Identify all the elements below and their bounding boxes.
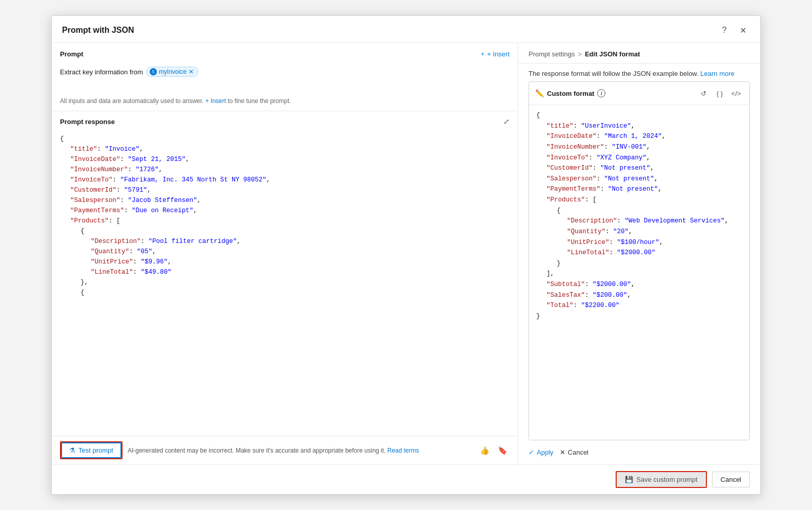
code-button[interactable]: </> <box>729 86 743 100</box>
dialog-header: Prompt with JSON ? ✕ <box>52 16 760 43</box>
json-line: "UnitPrice": "$100/hour", <box>567 237 742 248</box>
insert-plus-icon: ＋ <box>479 49 486 58</box>
dialog-body: Prompt ＋ + Insert Extract key informatio… <box>52 43 760 464</box>
json-line: { <box>557 206 742 216</box>
close-icon: ✕ <box>740 26 746 35</box>
save-icon: 💾 <box>625 476 633 483</box>
learn-more-link[interactable]: Learn more <box>700 70 734 77</box>
close-button[interactable]: ✕ <box>736 23 750 37</box>
response-header: Prompt response ⤢ <box>52 111 518 130</box>
json-line: "PaymentTerms": "Due on Receipt", <box>70 206 510 216</box>
info-icon[interactable]: i <box>597 89 605 97</box>
chip-close-button[interactable]: ✕ <box>189 69 194 75</box>
breadcrumb-separator: > <box>578 50 582 58</box>
json-line: "Description": "Pool filter cartridge", <box>91 236 510 247</box>
dialog: Prompt with JSON ? ✕ Prompt ＋ + Insert <box>51 15 761 495</box>
json-line: { <box>536 110 742 121</box>
json-line: "Quantity": "20", <box>567 227 742 237</box>
dialog-header-icons: ? ✕ <box>717 23 750 37</box>
json-line: { <box>60 134 510 144</box>
custom-format-header: ✏️ Custom format i ↺ { } </> <box>529 82 749 105</box>
help-button[interactable]: ? <box>717 23 732 37</box>
json-line: "UnitPrice": "$9.96", <box>91 257 510 267</box>
json-line: "InvoiceDate": "Sept 21, 2015", <box>70 154 510 165</box>
json-line: "InvoiceNumber": "1726", <box>70 165 510 175</box>
expand-icon: ⤢ <box>503 117 510 126</box>
response-code-area: { "title": "Invoice", "InvoiceDate": "Se… <box>52 130 518 436</box>
json-line: "CustomerId": "5791", <box>70 185 510 195</box>
apply-button[interactable]: ✓ Apply <box>529 448 554 456</box>
json-line: "Quantity": "05", <box>91 247 510 257</box>
right-header: Prompt settings > Edit JSON format <box>518 43 760 64</box>
dialog-cancel-button[interactable]: Cancel <box>712 472 750 487</box>
response-section-title: Prompt response <box>60 118 115 126</box>
save-custom-prompt-button[interactable]: 💾 Save custom prompt <box>616 471 706 488</box>
footer-disclaimer: AI-generated content may be incorrect. M… <box>128 447 473 454</box>
breadcrumb-child: Edit JSON format <box>585 50 640 58</box>
json-line: "LineTotal": "$49.80" <box>91 267 510 277</box>
dialog-title: Prompt with JSON <box>62 26 134 35</box>
right-cancel-button[interactable]: ✕ Cancel <box>560 448 588 456</box>
json-line: { <box>80 226 510 236</box>
breadcrumb-parent: Prompt settings <box>529 50 575 58</box>
json-line: "InvoiceNumber": "INV-001", <box>546 142 742 153</box>
bookmark-button[interactable]: 🔖 <box>496 445 510 456</box>
json-line: "InvoiceDate": "March 1, 2024", <box>546 131 742 142</box>
json-line: "Products": [ <box>70 216 510 226</box>
test-prompt-button[interactable]: ⚗ Test prompt <box>61 442 121 458</box>
json-line: "InvoiceTo": "Fabrikam, Inc. 345 North S… <box>70 175 510 185</box>
braces-button[interactable]: { } <box>713 86 727 100</box>
reset-button[interactable]: ↺ <box>696 86 710 100</box>
expand-button[interactable]: ⤢ <box>503 117 510 126</box>
json-line: ], <box>546 269 742 279</box>
json-line: "Products": [ <box>546 195 742 206</box>
prompt-section: Prompt ＋ + Insert Extract key informatio… <box>52 43 518 111</box>
json-line: } <box>557 258 742 269</box>
prompt-text-before: Extract key information from <box>60 68 143 76</box>
json-line: "Salesperson": "Not present", <box>546 174 742 185</box>
prompt-section-header: Prompt ＋ + Insert <box>52 43 518 63</box>
right-actions: ✓ Apply ✕ Cancel <box>518 440 760 464</box>
json-line: }, <box>80 277 510 288</box>
prompt-section-title: Prompt <box>60 50 84 58</box>
hint-insert-link[interactable]: + Insert <box>206 97 226 105</box>
prompt-content: Extract key information from S myInvoice… <box>52 63 518 93</box>
chip-icon: S <box>150 68 157 75</box>
footer-bar: ⚗ Test prompt AI-generated content may b… <box>52 436 518 464</box>
pen-icon: ✏️ <box>535 89 544 97</box>
prompt-hint: All inputs and data are automatically us… <box>52 93 518 111</box>
json-line: "title": "Invoice", <box>70 144 510 154</box>
insert-button[interactable]: ＋ + Insert <box>479 49 510 58</box>
json-line: "Salesperson": "Jacob Steffensen", <box>70 195 510 206</box>
json-line: } <box>536 311 742 322</box>
json-line: "SalesTax": "$200.00", <box>546 290 742 301</box>
json-line: "title": "UserInvoice", <box>546 121 742 132</box>
checkmark-icon: ✓ <box>529 448 534 456</box>
format-toolbar: ↺ { } </> <box>696 86 743 100</box>
json-line: "PaymentTerms": "Not present", <box>546 184 742 195</box>
custom-format-title: ✏️ Custom format i <box>535 89 605 97</box>
read-terms-link[interactable]: Read terms <box>388 447 419 454</box>
response-section: Prompt response ⤢ { "title": "Invoice", … <box>52 111 518 464</box>
json-line: "InvoiceTo": "XYZ Company", <box>546 153 742 164</box>
breadcrumb: Prompt settings > Edit JSON format <box>529 50 750 58</box>
json-line: "Description": "Web Development Services… <box>567 216 742 227</box>
left-panel: Prompt ＋ + Insert Extract key informatio… <box>52 43 518 464</box>
x-icon: ✕ <box>560 448 565 456</box>
right-description: The response format will follow the JSON… <box>518 64 760 81</box>
custom-format-box: ✏️ Custom format i ↺ { } </> { "title": … <box>529 81 750 440</box>
json-line: { <box>80 288 510 298</box>
chip-label: myInvoice <box>159 68 187 75</box>
custom-format-content: { "title": "UserInvoice", "InvoiceDate":… <box>529 105 749 440</box>
json-line: "LineTotal": "$2000.00" <box>567 248 742 258</box>
flask-icon: ⚗ <box>69 446 75 454</box>
prompt-chips: Extract key information from S myInvoice… <box>60 67 510 77</box>
json-line: "CustomerId": "Not present", <box>546 163 742 174</box>
dialog-footer: 💾 Save custom prompt Cancel <box>52 464 760 494</box>
json-line: "Subtotal": "$2000.00", <box>546 279 742 290</box>
help-icon: ? <box>722 26 727 35</box>
right-panel: Prompt settings > Edit JSON format The r… <box>518 43 760 464</box>
test-prompt-box: ⚗ Test prompt <box>60 441 123 459</box>
footer-icons: 👍 🔖 <box>478 445 510 456</box>
thumbs-up-button[interactable]: 👍 <box>478 445 492 456</box>
